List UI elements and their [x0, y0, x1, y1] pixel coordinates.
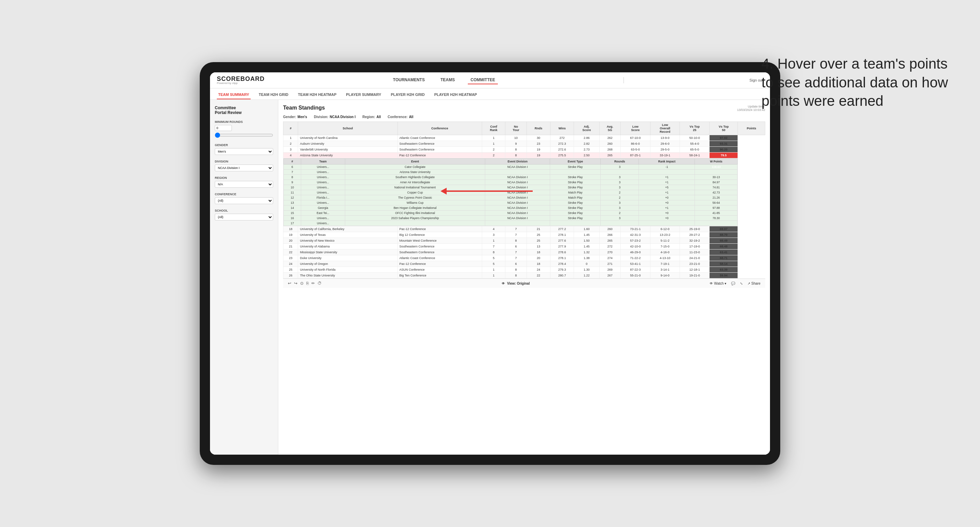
toolbar-left: ↩ ↪ ⊙ ⎘ ✏ ⏱ [288, 281, 322, 286]
tab-team-summary[interactable]: TEAM SUMMARY [217, 90, 251, 99]
main-content: Team Standings Update time: 13/03/2024 1… [278, 100, 770, 455]
table-row[interactable]: 19 University of Texas Big 12 Conference… [283, 232, 765, 238]
tab-team-h2h-grid[interactable]: TEAM H2H GRID [258, 90, 290, 99]
min-rounds-input[interactable] [215, 125, 232, 131]
table-row[interactable]: 25 University of North Florida ASUN Conf… [283, 267, 765, 273]
view-label[interactable]: View: Original [507, 282, 530, 285]
nav-committee[interactable]: COMMITTEE [468, 76, 498, 84]
region-label: Region [215, 176, 273, 179]
view-icon: 👁 [502, 282, 505, 285]
region-select[interactable]: N/A [215, 181, 273, 188]
logo-title: SCOREBOARD [217, 76, 265, 82]
table-row[interactable]: 1 University of North Carolina Atlantic … [283, 135, 765, 141]
update-time: Update time: 13/03/2024 10:03:42 [737, 105, 765, 112]
copy-button[interactable]: ⎘ [306, 281, 309, 286]
tab-player-h2h-heatmap[interactable]: PLAYER H2H HEATMAP [433, 90, 478, 99]
col-school: School [298, 122, 398, 135]
sub-table-row: 15East Tei...OFCC Fighting Illini Invita… [284, 211, 738, 216]
tablet-screen: SCOREBOARD Powered by clipp TOURNAMENTS … [210, 72, 770, 455]
logo-area: SCOREBOARD Powered by clipp [217, 76, 265, 85]
tab-player-h2h-grid[interactable]: PLAYER H2H GRID [389, 90, 426, 99]
gender-select[interactable]: Men's [215, 148, 273, 155]
svg-marker-1 [441, 188, 447, 195]
sidebar-title-2: Portal Review [215, 110, 273, 115]
col-wins: Wins [550, 122, 574, 135]
col-rank: # [283, 122, 298, 135]
sub-table-row: 8Univers...Southern Highlands Collegiate… [284, 175, 738, 180]
tab-team-h2h-heatmap[interactable]: TEAM H2H HEATMAP [296, 90, 338, 99]
sidebar-division: Division NCAA Division I [215, 160, 273, 171]
table-row[interactable]: 3 Vanderbilt University Southeastern Con… [283, 147, 765, 152]
annotation-text: 4. Hover over a team's points to see add… [762, 55, 959, 111]
sub-tabs: TEAM SUMMARY TEAM H2H GRID TEAM H2H HEAT… [210, 88, 770, 100]
sidebar: Committee Portal Review Minimum Rounds G… [210, 100, 278, 455]
school-label: School [215, 209, 273, 212]
expand-button[interactable]: ⤡ [740, 282, 743, 285]
table-row[interactable]: 22 Mississippi State University Southeas… [283, 249, 765, 255]
school-select[interactable]: (All) [215, 214, 273, 221]
report-title: Team Standings [283, 105, 325, 111]
sub-table-row: 6Univers...Cator CollegiateNCAA Division… [284, 165, 738, 170]
sub-table-row: 16Univers...2023 Sahalee Players Champio… [284, 216, 738, 221]
filter-gender: Gender: Men's [283, 115, 307, 119]
col-rnds: Rnds [527, 122, 550, 135]
undo-button[interactable]: ↩ [288, 281, 291, 286]
share-icon: ↗ [748, 282, 750, 285]
logo-sub: Powered by clipp [217, 82, 265, 85]
nav-bar: SCOREBOARD Powered by clipp TOURNAMENTS … [210, 72, 770, 88]
watch-button[interactable]: 👁 Watch ▾ [710, 282, 726, 285]
tab-player-summary[interactable]: PLAYER SUMMARY [345, 90, 382, 99]
col-avg-sg: Avg.SG [599, 122, 620, 135]
nav-links: TOURNAMENTS TEAMS COMMITTEE [390, 76, 498, 84]
paint-button[interactable]: ✏ [312, 281, 315, 286]
nav-tournaments[interactable]: TOURNAMENTS [390, 76, 428, 84]
col-no-tour: NoTour [505, 122, 527, 135]
col-points: Points [738, 122, 765, 135]
table-row[interactable]: 26 The Ohio State University Big Ten Con… [283, 273, 765, 278]
sidebar-school: School (All) [215, 209, 273, 221]
sub-table-row: 7Univers...Arizona State University [284, 170, 738, 175]
filter-division: Division: NCAA Division I [314, 115, 355, 119]
sidebar-gender: Gender Men's [215, 143, 273, 155]
col-vs-top50: Vs Top50 [710, 122, 738, 135]
table-row[interactable]: 2 Auburn University Southeastern Confere… [283, 141, 765, 147]
divider [624, 77, 624, 83]
conference-label: Conference [215, 192, 273, 196]
col-conf-rank: ConfRank [482, 122, 505, 135]
division-label: Division [215, 160, 273, 163]
annotation-area: 4. Hover over a team's points to see add… [762, 55, 959, 111]
tablet-frame: SCOREBOARD Powered by clipp TOURNAMENTS … [200, 62, 780, 465]
sidebar-title-1: Committee [215, 105, 273, 110]
redo-button[interactable]: ↪ [294, 281, 298, 286]
report-header: Team Standings Update time: 13/03/2024 1… [283, 105, 765, 112]
table-row[interactable]: 21 University of Alabama Southeastern Co… [283, 244, 765, 249]
comment-button[interactable]: 💬 [731, 282, 735, 285]
sidebar-conference: Conference (All) [215, 192, 273, 204]
table-row-highlighted[interactable]: 4 Arizona State University Pac-12 Confer… [283, 152, 765, 159]
reset-button[interactable]: ⊙ [300, 281, 304, 286]
share-button[interactable]: ↗ Share [748, 282, 760, 285]
content-area: Committee Portal Review Minimum Rounds G… [210, 100, 770, 455]
table-row[interactable]: 23 Duke University Atlantic Coast Confer… [283, 255, 765, 261]
nav-teams[interactable]: TEAMS [438, 76, 458, 84]
conference-select[interactable]: (All) [215, 197, 273, 204]
col-adj-score: Adj.Score [574, 122, 599, 135]
filter-region: Region: All [362, 115, 381, 119]
toolbar-center: 👁 View: Original [502, 282, 530, 285]
watch-icon: 👁 [710, 282, 713, 285]
table-row[interactable]: 20 University of New Mexico Mountain Wes… [283, 238, 765, 244]
filters-row: Gender: Men's Division: NCAA Division I … [283, 115, 765, 119]
timer-button[interactable]: ⏱ [318, 281, 322, 286]
red-arrow [437, 181, 539, 202]
table-row[interactable]: 24 University of Oregon Pac-12 Conferenc… [283, 261, 765, 267]
sign-out-button[interactable]: Sign out [749, 78, 763, 82]
sidebar-region: Region N/A [215, 176, 273, 188]
division-select[interactable]: NCAA Division I [215, 165, 273, 171]
gender-label: Gender [215, 143, 273, 147]
min-rounds-slider[interactable] [215, 132, 273, 138]
sub-table-row: 14GeorgiaBen Hogan Collegiate Invitation… [284, 205, 738, 211]
table-row[interactable]: 18 University of California, Berkeley Pa… [283, 226, 765, 232]
col-vs-top25: Vs Top25 [680, 122, 710, 135]
col-low-overall: LowOverallRecord [650, 122, 680, 135]
filter-conference: Conference: All [388, 115, 413, 119]
